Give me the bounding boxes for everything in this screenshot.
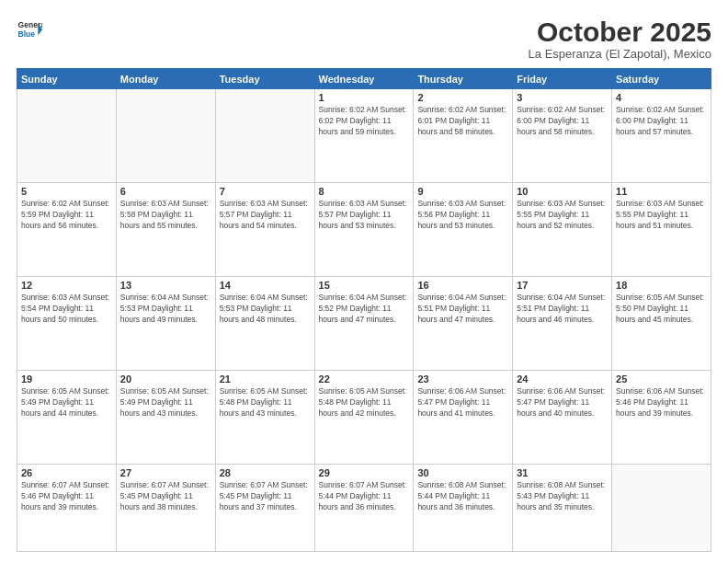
day-number: 24 [517,373,608,385]
day-info: Sunrise: 6:03 AM Sunset: 5:55 PM Dayligh… [616,199,707,232]
calendar: Sunday Monday Tuesday Wednesday Thursday… [17,68,711,552]
calendar-cell: 14Sunrise: 6:04 AM Sunset: 5:53 PM Dayli… [215,277,314,371]
calendar-cell: 25Sunrise: 6:06 AM Sunset: 5:46 PM Dayli… [612,371,711,465]
day-info: Sunrise: 6:02 AM Sunset: 5:59 PM Dayligh… [21,199,112,232]
calendar-cell: 27Sunrise: 6:07 AM Sunset: 5:45 PM Dayli… [116,465,215,552]
day-info: Sunrise: 6:03 AM Sunset: 5:55 PM Dayligh… [517,199,608,232]
day-info: Sunrise: 6:04 AM Sunset: 5:53 PM Dayligh… [220,293,311,326]
calendar-cell: 8Sunrise: 6:03 AM Sunset: 5:57 PM Daylig… [314,183,414,277]
day-number: 22 [319,373,410,385]
calendar-cell: 2Sunrise: 6:02 AM Sunset: 6:01 PM Daylig… [414,89,513,183]
month-title: October 2025 [529,17,711,47]
day-number: 9 [417,186,508,197]
day-number: 15 [319,280,410,291]
header: General Blue October 2025 La Esperanza (… [17,17,711,61]
day-number: 31 [517,467,608,478]
calendar-cell: 30Sunrise: 6:08 AM Sunset: 5:44 PM Dayli… [414,465,513,552]
calendar-cell: 15Sunrise: 6:04 AM Sunset: 5:52 PM Dayli… [314,277,414,371]
calendar-cell: 7Sunrise: 6:03 AM Sunset: 5:57 PM Daylig… [215,183,314,277]
calendar-cell: 13Sunrise: 6:04 AM Sunset: 5:53 PM Dayli… [116,277,215,371]
calendar-cell: 17Sunrise: 6:04 AM Sunset: 5:51 PM Dayli… [513,277,612,371]
day-info: Sunrise: 6:08 AM Sunset: 5:44 PM Dayligh… [417,480,508,513]
day-info: Sunrise: 6:02 AM Sunset: 6:00 PM Dayligh… [517,105,608,138]
calendar-cell: 28Sunrise: 6:07 AM Sunset: 5:45 PM Dayli… [215,465,314,552]
calendar-cell: 5Sunrise: 6:02 AM Sunset: 5:59 PM Daylig… [17,183,117,277]
col-saturday: Saturday [612,69,711,89]
day-info: Sunrise: 6:04 AM Sunset: 5:52 PM Dayligh… [319,293,410,326]
title-block: October 2025 La Esperanza (El Zapotal), … [529,17,711,61]
calendar-cell: 4Sunrise: 6:02 AM Sunset: 6:00 PM Daylig… [612,89,711,183]
calendar-cell: 24Sunrise: 6:06 AM Sunset: 5:47 PM Dayli… [513,371,612,465]
calendar-cell: 16Sunrise: 6:04 AM Sunset: 5:51 PM Dayli… [414,277,513,371]
day-number: 1 [319,92,410,103]
day-info: Sunrise: 6:05 AM Sunset: 5:49 PM Dayligh… [120,386,211,419]
calendar-cell: 23Sunrise: 6:06 AM Sunset: 5:47 PM Dayli… [414,371,513,465]
day-info: Sunrise: 6:03 AM Sunset: 5:58 PM Dayligh… [120,199,211,232]
calendar-cell [17,89,117,183]
day-info: Sunrise: 6:05 AM Sunset: 5:50 PM Dayligh… [616,293,707,326]
day-info: Sunrise: 6:06 AM Sunset: 5:46 PM Dayligh… [616,386,707,419]
page: General Blue October 2025 La Esperanza (… [0,0,728,563]
day-number: 19 [21,373,112,385]
calendar-week-1: 5Sunrise: 6:02 AM Sunset: 5:59 PM Daylig… [17,183,711,277]
calendar-cell: 12Sunrise: 6:03 AM Sunset: 5:54 PM Dayli… [17,277,117,371]
calendar-cell: 26Sunrise: 6:07 AM Sunset: 5:46 PM Dayli… [17,465,117,552]
day-number: 27 [120,467,211,478]
day-number: 12 [21,280,112,291]
calendar-cell: 9Sunrise: 6:03 AM Sunset: 5:56 PM Daylig… [414,183,513,277]
col-thursday: Thursday [414,69,513,89]
day-info: Sunrise: 6:02 AM Sunset: 6:01 PM Dayligh… [417,105,508,138]
day-info: Sunrise: 6:07 AM Sunset: 5:44 PM Dayligh… [319,480,410,513]
calendar-cell: 6Sunrise: 6:03 AM Sunset: 5:58 PM Daylig… [116,183,215,277]
calendar-week-2: 12Sunrise: 6:03 AM Sunset: 5:54 PM Dayli… [17,277,711,371]
day-number: 16 [417,280,508,291]
day-info: Sunrise: 6:03 AM Sunset: 5:56 PM Dayligh… [417,199,508,232]
calendar-cell [612,465,711,552]
day-info: Sunrise: 6:03 AM Sunset: 5:54 PM Dayligh… [21,293,112,326]
day-number: 11 [616,186,707,197]
day-number: 20 [120,373,211,385]
day-info: Sunrise: 6:04 AM Sunset: 5:51 PM Dayligh… [417,293,508,326]
day-number: 7 [220,186,311,197]
day-number: 13 [120,280,211,291]
calendar-cell: 18Sunrise: 6:05 AM Sunset: 5:50 PM Dayli… [612,277,711,371]
day-info: Sunrise: 6:04 AM Sunset: 5:53 PM Dayligh… [120,293,211,326]
day-info: Sunrise: 6:03 AM Sunset: 5:57 PM Dayligh… [319,199,410,232]
col-friday: Friday [513,69,612,89]
day-info: Sunrise: 6:08 AM Sunset: 5:43 PM Dayligh… [517,480,608,513]
calendar-cell: 10Sunrise: 6:03 AM Sunset: 5:55 PM Dayli… [513,183,612,277]
day-info: Sunrise: 6:06 AM Sunset: 5:47 PM Dayligh… [517,386,608,419]
calendar-cell: 31Sunrise: 6:08 AM Sunset: 5:43 PM Dayli… [513,465,612,552]
day-info: Sunrise: 6:05 AM Sunset: 5:48 PM Dayligh… [319,386,410,419]
day-number: 23 [417,373,508,385]
calendar-cell: 21Sunrise: 6:05 AM Sunset: 5:48 PM Dayli… [215,371,314,465]
calendar-cell: 29Sunrise: 6:07 AM Sunset: 5:44 PM Dayli… [314,465,414,552]
calendar-cell: 22Sunrise: 6:05 AM Sunset: 5:48 PM Dayli… [314,371,414,465]
day-number: 4 [616,92,707,103]
day-number: 5 [21,186,112,197]
calendar-cell: 20Sunrise: 6:05 AM Sunset: 5:49 PM Dayli… [116,371,215,465]
logo: General Blue [17,17,42,42]
day-number: 21 [220,373,311,385]
col-sunday: Sunday [17,69,117,89]
day-number: 25 [616,373,707,385]
day-number: 18 [616,280,707,291]
col-monday: Monday [116,69,215,89]
calendar-cell: 11Sunrise: 6:03 AM Sunset: 5:55 PM Dayli… [612,183,711,277]
calendar-week-0: 1Sunrise: 6:02 AM Sunset: 6:02 PM Daylig… [17,89,711,183]
location-subtitle: La Esperanza (El Zapotal), Mexico [529,47,711,61]
calendar-cell [215,89,314,183]
calendar-cell: 1Sunrise: 6:02 AM Sunset: 6:02 PM Daylig… [314,89,414,183]
col-wednesday: Wednesday [314,69,414,89]
day-info: Sunrise: 6:03 AM Sunset: 5:57 PM Dayligh… [220,199,311,232]
day-info: Sunrise: 6:02 AM Sunset: 6:02 PM Dayligh… [319,105,410,138]
calendar-cell [116,89,215,183]
logo-icon: General Blue [17,17,42,42]
day-info: Sunrise: 6:07 AM Sunset: 5:45 PM Dayligh… [120,480,211,513]
calendar-week-4: 26Sunrise: 6:07 AM Sunset: 5:46 PM Dayli… [17,465,711,552]
day-number: 10 [517,186,608,197]
day-number: 14 [220,280,311,291]
day-number: 6 [120,186,211,197]
day-info: Sunrise: 6:05 AM Sunset: 5:48 PM Dayligh… [220,386,311,419]
day-info: Sunrise: 6:05 AM Sunset: 5:49 PM Dayligh… [21,386,112,419]
